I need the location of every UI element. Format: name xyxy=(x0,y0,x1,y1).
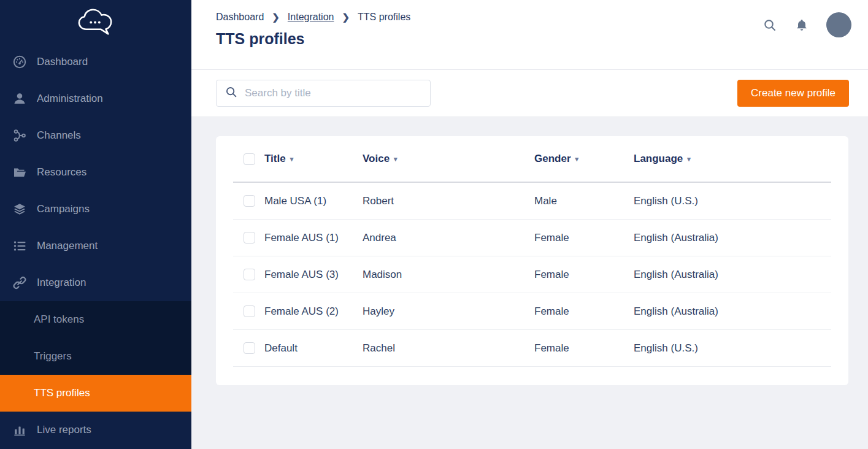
cell-language: English (Australia) xyxy=(634,232,831,244)
sidebar-item-triggers[interactable]: Triggers xyxy=(0,338,191,375)
header-actions xyxy=(762,0,851,50)
table-row[interactable]: Female AUS (2) Hayley Female English (Au… xyxy=(233,293,831,330)
sidebar-item-label: Resources xyxy=(37,166,86,178)
sidebar-subitem-label: TTS profiles xyxy=(34,387,90,399)
table-row[interactable]: Female AUS (1) Andrea Female English (Au… xyxy=(233,220,831,256)
page-header: Dashboard ❯ Integration ❯ TTS profiles T… xyxy=(191,0,868,70)
cell-title: Female AUS (2) xyxy=(264,305,363,318)
integration-submenu: API tokens Triggers TTS profiles xyxy=(0,301,191,412)
search-icon xyxy=(225,85,238,101)
chevron-right-icon: ❯ xyxy=(272,12,280,23)
sidebar: Dashboard Administration Channels Resour… xyxy=(0,0,191,449)
sidebar-item-live-reports[interactable]: Live reports xyxy=(0,412,191,448)
table-body: Male USA (1) Robert Male English (U.S.) … xyxy=(233,183,831,367)
select-all-checkbox[interactable] xyxy=(244,153,255,165)
row-checkbox[interactable] xyxy=(244,232,255,244)
cell-gender: Male xyxy=(534,195,634,207)
sidebar-subitem-label: API tokens xyxy=(34,313,84,326)
column-header-voice[interactable]: Voice ▾ xyxy=(363,153,534,165)
breadcrumb-tts-profiles: TTS profiles xyxy=(358,12,410,23)
row-checkbox[interactable] xyxy=(244,269,255,280)
cell-language: English (Australia) xyxy=(634,269,831,281)
folder-icon xyxy=(12,164,28,180)
sidebar-item-label: Channels xyxy=(37,129,81,142)
tts-profiles-card: Title ▾ Voice ▾ Gender ▾ Language ▾ Male xyxy=(216,136,848,385)
sidebar-item-dashboard[interactable]: Dashboard xyxy=(0,44,191,80)
breadcrumb: Dashboard ❯ Integration ❯ TTS profiles xyxy=(216,12,851,23)
create-new-profile-button[interactable]: Create new profile xyxy=(737,80,849,107)
avatar[interactable] xyxy=(826,12,851,37)
toolbar: Create new profile xyxy=(191,70,868,117)
sidebar-item-integration[interactable]: Integration xyxy=(0,264,191,301)
layers-icon xyxy=(12,201,28,217)
gauge-icon xyxy=(12,54,28,70)
bar-chart-icon xyxy=(12,422,28,438)
column-header-language[interactable]: Language ▾ xyxy=(634,153,831,165)
sort-caret-icon: ▾ xyxy=(687,155,691,163)
sort-caret-icon: ▾ xyxy=(290,155,294,163)
cell-title: Female AUS (3) xyxy=(264,269,363,281)
bell-icon[interactable] xyxy=(794,18,809,33)
cell-title: Default xyxy=(264,342,363,355)
user-icon xyxy=(12,91,28,107)
chevron-right-icon: ❯ xyxy=(342,12,350,23)
cell-gender: Female xyxy=(534,269,634,281)
sidebar-item-api-tokens[interactable]: API tokens xyxy=(0,301,191,338)
branch-icon xyxy=(12,128,28,144)
cell-gender: Female xyxy=(534,305,634,318)
table-header-row: Title ▾ Voice ▾ Gender ▾ Language ▾ xyxy=(233,136,831,183)
sidebar-footer-nav: Live reports xyxy=(0,412,191,448)
sidebar-item-management[interactable]: Management xyxy=(0,228,191,264)
sidebar-item-label: Live reports xyxy=(37,424,91,436)
sidebar-item-label: Dashboard xyxy=(37,56,88,68)
column-header-title[interactable]: Title ▾ xyxy=(264,153,363,165)
cell-language: English (U.S.) xyxy=(634,195,831,207)
table-row[interactable]: Default Rachel Female English (U.S.) xyxy=(233,330,831,367)
cell-gender: Female xyxy=(534,342,634,355)
cell-voice: Andrea xyxy=(363,232,534,244)
cell-voice: Hayley xyxy=(363,305,534,318)
sidebar-item-tts-profiles[interactable]: TTS profiles xyxy=(0,375,191,412)
main-area: Dashboard ❯ Integration ❯ TTS profiles T… xyxy=(191,0,868,449)
search-icon[interactable] xyxy=(762,18,777,33)
sidebar-item-label: Administration xyxy=(37,93,103,105)
cell-title: Female AUS (1) xyxy=(264,232,363,244)
cell-title: Male USA (1) xyxy=(264,195,363,207)
app-logo[interactable] xyxy=(0,0,191,44)
sort-caret-icon: ▾ xyxy=(394,155,398,163)
sidebar-item-resources[interactable]: Resources xyxy=(0,154,191,191)
table-row[interactable]: Male USA (1) Robert Male English (U.S.) xyxy=(233,183,831,220)
sidebar-item-label: Campaigns xyxy=(37,203,90,215)
list-icon xyxy=(12,238,28,254)
cell-language: English (Australia) xyxy=(634,305,831,318)
page-title: TTS profiles xyxy=(216,30,851,48)
cell-gender: Female xyxy=(534,232,634,244)
sort-caret-icon: ▾ xyxy=(575,155,579,163)
cell-language: English (U.S.) xyxy=(634,342,831,355)
content: Title ▾ Voice ▾ Gender ▾ Language ▾ Male xyxy=(191,117,868,449)
breadcrumb-integration[interactable]: Integration xyxy=(288,12,334,23)
breadcrumb-dashboard[interactable]: Dashboard xyxy=(216,12,264,23)
link-icon xyxy=(12,275,28,291)
sidebar-item-label: Integration xyxy=(37,277,86,289)
sidebar-item-channels[interactable]: Channels xyxy=(0,117,191,154)
sidebar-item-administration[interactable]: Administration xyxy=(0,80,191,117)
table-row[interactable]: Female AUS (3) Madison Female English (A… xyxy=(233,256,831,293)
cloud-chat-logo-icon xyxy=(77,6,115,42)
row-checkbox[interactable] xyxy=(244,305,255,317)
cell-voice: Robert xyxy=(363,195,534,207)
sidebar-item-campaigns[interactable]: Campaigns xyxy=(0,191,191,228)
cell-voice: Madison xyxy=(363,269,534,281)
sidebar-subitem-label: Triggers xyxy=(34,350,72,363)
cell-voice: Rachel xyxy=(363,342,534,355)
search-input[interactable] xyxy=(245,87,422,99)
row-checkbox[interactable] xyxy=(244,342,255,354)
column-header-gender[interactable]: Gender ▾ xyxy=(534,153,634,165)
sidebar-item-label: Management xyxy=(37,240,98,252)
search-box xyxy=(216,80,431,107)
sidebar-nav: Dashboard Administration Channels Resour… xyxy=(0,44,191,301)
row-checkbox[interactable] xyxy=(244,195,255,207)
